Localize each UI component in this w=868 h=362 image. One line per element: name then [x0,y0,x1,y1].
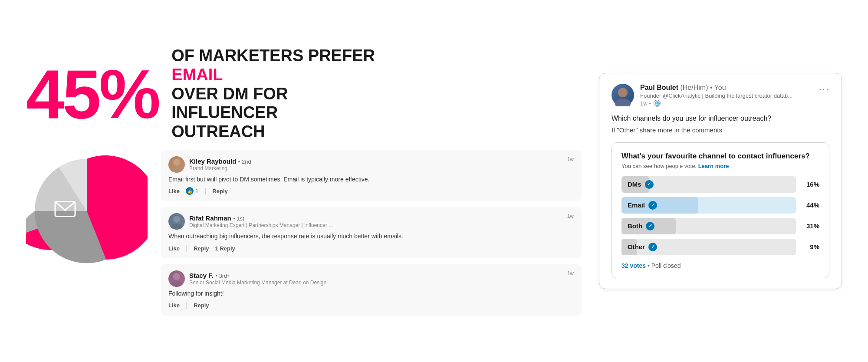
reaction-circle-1: 👍 [186,187,194,195]
email-icon [54,201,76,221]
post-note: If "Other" share more in the comments [612,126,829,134]
vote-count: 32 votes [621,262,646,269]
poll-label-dms: DMs ✓ [628,180,654,189]
comment-time-2: 1w [567,213,574,219]
percent-big: 45% [26,59,158,129]
comment-header-1: Kiley Raybould • 2nd Brand Marketing 1w [168,156,574,173]
commenter-info-1: Kiley Raybould • 2nd Brand Marketing [168,156,251,173]
poll-pct-email: 44% [802,201,819,209]
poll-subtitle: You can see how people vote. Learn more [621,163,819,169]
reply-btn-3[interactable]: Reply [194,302,209,309]
comments-section: Kiley Raybould • 2nd Brand Marketing 1w … [161,150,582,316]
poll-options: DMs ✓ 16% Email [621,176,819,255]
headline-line3: OUTREACH [171,122,397,142]
comment-actions-2: Like | Reply 1 Reply [168,244,574,252]
svg-point-6 [171,281,183,287]
right-section: Paul Boulet (He/Him) • You Founder @Clic… [599,73,842,289]
poll-option-other: Other ✓ 9% [621,239,819,255]
commenter-info-3: Stacy F. • 3rd+ Senior Social Media Mark… [168,270,326,287]
poll-pct-dms: 16% [802,181,819,188]
comment-time-1: 1w [567,156,574,162]
check-email: ✓ [648,201,657,210]
poll-footer: 32 votes • Poll closed [621,262,819,269]
commenter-title-3: Senior Social Media Marketing Manager at… [189,280,326,286]
replies-btn-2[interactable]: 1 Reply [215,245,235,252]
svg-point-2 [171,167,183,173]
commenter-name-2: Rifat Rahman • 1st [189,214,333,222]
linkedin-card: Paul Boulet (He/Him) • You Founder @Clic… [599,73,842,289]
comment-text-1: Email first but wiill pivot to DM someti… [168,175,574,184]
poll-title: What's your favourite channel to contact… [621,151,819,161]
main-container: 45% OF MARKETERS PREFER EMAIL OVER DM FO… [0,0,868,362]
like-btn-1[interactable]: Like [168,188,180,194]
commenter-name-1: Kiley Raybould • 2nd [189,158,251,165]
card-header: Paul Boulet (He/Him) • You Founder @Clic… [612,84,829,107]
globe-icon: 🌐 [654,100,661,107]
svg-point-4 [171,224,183,230]
commenter-details-2: Rifat Rahman • 1st Digital Marketing Exp… [189,214,333,228]
svg-point-1 [173,159,180,166]
commenter-details-3: Stacy F. • 3rd+ Senior Social Media Mark… [189,272,326,286]
like-btn-2[interactable]: Like [168,245,180,252]
check-both: ✓ [646,222,654,230]
profile-meta: 1w • 🌐 [640,100,792,107]
poll-option-dms: DMs ✓ 16% [621,176,819,193]
more-options-btn[interactable]: ··· [819,84,829,95]
profile-avatar [612,84,634,106]
commenter-info-2: Rifat Rahman • 1st Digital Marketing Exp… [168,213,333,230]
commenter-title-1: Brand Marketing [189,165,251,171]
headline-line1: OF MARKETERS PREFER EMAIL [171,46,397,84]
comment-header-3: Stacy F. • 3rd+ Senior Social Media Mark… [168,270,574,287]
left-section: 45% OF MARKETERS PREFER EMAIL OVER DM FO… [26,46,582,315]
profile-row: Paul Boulet (He/Him) • You Founder @Clic… [612,84,792,107]
svg-point-5 [173,273,180,280]
learn-more-link[interactable]: Learn more [698,163,729,169]
comment-header-2: Rifat Rahman • 1st Digital Marketing Exp… [168,213,574,230]
svg-point-8 [615,99,631,106]
poll-label-other: Other ✓ [628,243,657,251]
poll-pct-other: 9% [802,243,819,250]
email-highlight: EMAIL [171,66,223,84]
avatar-stacy [168,270,185,287]
reply-btn-2[interactable]: Reply [194,245,209,252]
comment-actions-1: Like 👍 1 | Reply [168,187,574,195]
like-btn-3[interactable]: Like [168,302,180,309]
poll-pct-both: 31% [802,222,819,230]
svg-point-7 [618,88,628,97]
poll-label-email: Email ✓ [628,201,657,210]
reaction-pill-1: 👍 1 [186,187,198,195]
poll-option-both: Both ✓ 31% [621,218,819,234]
pie-chart-proper [26,150,148,272]
comment-text-3: Following for insight! [168,290,574,298]
comment-card-1: Kiley Raybould • 2nd Brand Marketing 1w … [161,150,582,201]
headline-area: 45% OF MARKETERS PREFER EMAIL OVER DM FO… [26,46,582,141]
commenter-details-1: Kiley Raybould • 2nd Brand Marketing [189,158,251,171]
comment-card-3: Stacy F. • 3rd+ Senior Social Media Mark… [161,264,582,316]
comment-text-2: When outreaching big influencers, the re… [168,232,574,241]
avatar-rifat [168,213,185,230]
pie-chart [26,150,148,272]
poll-status: • Poll closed [648,262,681,269]
svg-point-3 [173,216,180,223]
comment-card-2: Rifat Rahman • 1st Digital Marketing Exp… [161,207,582,258]
poll-label-both: Both ✓ [628,222,654,230]
check-dms: ✓ [645,180,654,189]
headline-text: OF MARKETERS PREFER EMAIL OVER DM FOR IN… [171,46,397,141]
commenter-title-2: Digital Marketing Expert | Partnerships … [189,222,333,228]
profile-subtitle: Founder @ClickAnalytic | Building the la… [640,92,792,99]
avatar-kiley [168,156,185,173]
commenter-name-3: Stacy F. • 3rd+ [189,272,326,280]
poll-option-email: Email ✓ 44% [621,197,819,214]
comment-time-3: 1w [567,270,574,276]
post-question: Which channels do you use for influencer… [612,114,829,123]
profile-name-row: Paul Boulet (He/Him) • You [640,84,792,92]
poll-box: What's your favourite channel to contact… [612,142,829,278]
profile-info: Paul Boulet (He/Him) • You Founder @Clic… [640,84,792,107]
reply-btn-1[interactable]: Reply [212,188,227,194]
lower-area: Kiley Raybould • 2nd Brand Marketing 1w … [26,150,582,316]
check-other: ✓ [648,243,657,251]
comment-actions-3: Like | Reply [168,302,574,309]
headline-line2: OVER DM FOR INFLUENCER [171,85,397,122]
